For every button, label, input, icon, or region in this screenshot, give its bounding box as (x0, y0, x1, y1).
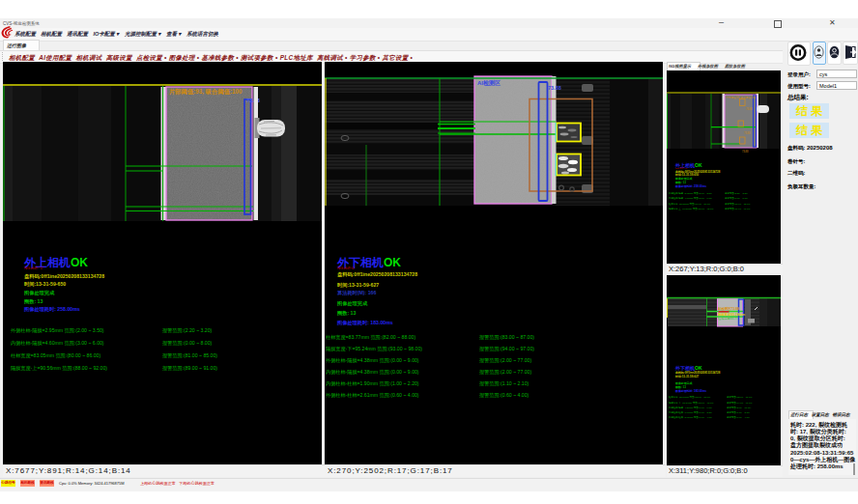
svg-text:AI检测区73.88: AI检测区73.88 (718, 306, 739, 311)
svg-text:73.88: 73.88 (746, 107, 753, 111)
svg-text:AI检测区: AI检测区 (477, 79, 500, 87)
svg-text:73.88: 73.88 (548, 85, 561, 91)
svg-text:73.88: 73.88 (742, 150, 749, 154)
svg-text:片部阈值:93, 吸合阈值:100: 片部阈值:93, 吸合阈值:100 (726, 96, 756, 99)
svg-text:73.88: 73.88 (744, 131, 751, 135)
svg-text:片部阈值:93, 吸合阈值:100: 片部阈值:93, 吸合阈值:100 (168, 88, 243, 96)
svg-text:柱棉宽度83.77: 柱棉宽度83.77 (718, 317, 738, 321)
